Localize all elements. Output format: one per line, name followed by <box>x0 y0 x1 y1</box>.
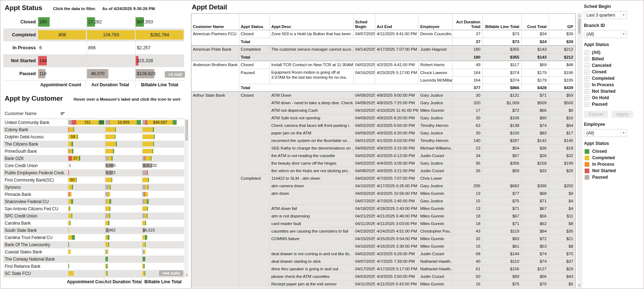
act-duration-cell[interactable] <box>453 175 483 182</box>
status-filter-option[interactable]: ✓Canceled <box>584 62 643 69</box>
bar-segment[interactable] <box>105 242 108 247</box>
cost-cell[interactable]: $33 <box>522 167 549 175</box>
act-end-cell[interactable]: 4/1/2025 6:03:00 PM <box>375 137 419 144</box>
act-duration-cell[interactable]: 18 <box>453 212 483 220</box>
billable-cell[interactable]: $355 <box>483 46 522 54</box>
billable-cell[interactable]: $287 <box>483 137 522 144</box>
customer-name[interactable]: First Community Bank(SC) <box>3 176 68 184</box>
customer-row[interactable]: Coastal States Bank <box>3 248 184 256</box>
act-end-cell[interactable]: 4/24/2025 4:51:00 PM <box>375 228 419 235</box>
column-header[interactable]: Cost Total <box>522 14 549 30</box>
appt-desc-cell[interactable]: the velcro on the Hubs are not sticking … <box>270 167 354 175</box>
gp-cell[interactable]: $195 <box>549 69 576 77</box>
bar-segment[interactable] <box>112 178 112 182</box>
employee-cell[interactable]: Justin Cozart <box>419 273 453 280</box>
bar-segment[interactable] <box>106 264 108 269</box>
act-end-cell[interactable]: 4/17/2025 7:07:00 PM <box>375 46 419 54</box>
sched-begin-cell[interactable]: 04/01/2025 <box>354 137 375 144</box>
status-bar-cell[interactable]: $2,257 <box>136 41 184 54</box>
appt-status-cell[interactable]: Closed <box>239 30 270 38</box>
act-end-cell[interactable]: 4/9/2025 8:20:00 PM <box>375 114 419 122</box>
bar-segment[interactable] <box>105 192 108 197</box>
status-filter-option-label[interactable]: (All) <box>592 50 600 55</box>
gp-cell[interactable]: $6 <box>549 107 576 114</box>
customer-bar-cell[interactable]: 6,022 <box>105 169 142 176</box>
checkbox-checked-icon[interactable]: ✓ <box>585 63 589 68</box>
bar-segment[interactable] <box>147 170 148 175</box>
column-header[interactable]: Act Duration Total <box>453 14 483 30</box>
billable-cell[interactable]: $71 <box>483 205 522 212</box>
billable-cell[interactable]: $67 <box>483 212 522 220</box>
sched-begin-cell[interactable]: 04/02/2025 <box>354 250 375 258</box>
customer-row[interactable]: Bank Of The Lowcountry <box>3 241 184 248</box>
customer-bar-cell[interactable] <box>68 227 105 234</box>
sched-begin-cell[interactable]: 04/18/2025 <box>354 205 375 212</box>
status-filter-option-label[interactable]: Closed <box>592 69 607 74</box>
appt-desc-cell[interactable]: Zone 503 is a Hold Up Button that has be… <box>270 30 354 38</box>
bar-segment[interactable] <box>68 249 71 254</box>
act-end-cell[interactable]: 4/8/2025 9:00:00 PM <box>375 92 419 99</box>
employee-cell[interactable]: Lavonda McMillan <box>419 77 453 84</box>
bar-segment[interactable] <box>69 206 70 211</box>
bar-segment[interactable]: 50 <box>68 178 76 182</box>
customer-bar-cell[interactable]: 19,809 <box>105 119 142 126</box>
customer-bar-cell[interactable] <box>142 148 184 155</box>
gp-cell[interactable]: $16 <box>549 114 576 122</box>
customer-name[interactable]: Carolina Bank <box>3 220 68 227</box>
gp-cell[interactable]: $8 <box>549 243 576 250</box>
billable-cell[interactable]: $73 <box>483 30 522 38</box>
gp-cell[interactable]: $64 <box>549 122 576 129</box>
customer-bar-cell[interactable] <box>142 198 184 205</box>
status-bar-cell[interactable]: $15,328 <box>136 54 184 67</box>
gp-cell[interactable]: $4 <box>549 205 576 212</box>
act-duration-cell[interactable]: 180 <box>453 46 483 54</box>
customer-row[interactable]: Dolphin Debit Access59 <box>3 133 184 141</box>
bar-segment[interactable] <box>112 156 113 161</box>
act-end-cell[interactable]: 4/2/2025 4:41:00 PM <box>375 61 419 69</box>
act-duration-cell[interactable]: 34 <box>453 152 483 160</box>
customer-row[interactable]: Colony Bank <box>3 126 184 133</box>
customer-name[interactable]: First Reliance Bank <box>3 263 68 270</box>
customer-bar-cell[interactable] <box>68 184 105 191</box>
act-duration-cell[interactable]: 32 <box>453 235 483 243</box>
billable-cell[interactable]: $117 <box>483 61 522 69</box>
sched-begin-cell[interactable]: 04/08/2025 <box>354 99 375 107</box>
act-duration-cell[interactable]: 23 <box>453 144 483 152</box>
act-duration-cell[interactable]: 40 <box>453 258 483 265</box>
cost-cell[interactable]: $70 <box>522 280 549 288</box>
billable-cell[interactable]: $138 <box>483 122 522 129</box>
sched-begin-cell[interactable]: 04/10/2025 <box>354 107 375 114</box>
sched-begin-cell[interactable]: 04/07/2025 <box>354 258 375 265</box>
employee-dropdown[interactable]: (All) ▼ <box>584 129 627 137</box>
customer-bar-cell[interactable] <box>105 205 142 212</box>
sched-begin-cell[interactable]: 04/03/2025 <box>354 273 375 280</box>
bar-segment[interactable] <box>148 185 149 189</box>
customer-bar-cell[interactable] <box>105 133 142 141</box>
gp-cell[interactable]: $292 <box>549 182 576 190</box>
act-duration-cell[interactable]: 140 <box>453 137 483 144</box>
bar-segment[interactable] <box>147 199 149 204</box>
bar-segment[interactable] <box>153 142 154 146</box>
customer-bar-cell[interactable] <box>105 212 142 220</box>
customer-bar-cell[interactable] <box>142 155 184 162</box>
sched-begin-cell[interactable]: 04/03/2025 <box>354 190 375 197</box>
act-duration-cell[interactable]: 17 <box>453 107 483 114</box>
customer-bar-cell[interactable] <box>68 148 105 155</box>
customer-row[interactable]: Synovus <box>3 184 184 191</box>
bar-segment[interactable] <box>145 242 146 247</box>
legend-item[interactable]: Completed <box>584 155 643 161</box>
sched-begin-cell[interactable]: 04/21/2025 <box>354 212 375 220</box>
bar-segment[interactable] <box>76 178 77 182</box>
employee-cell[interactable]: Timothy Herron <box>419 137 453 144</box>
billable-cell[interactable]: $77 <box>483 190 522 197</box>
act-end-cell[interactable]: 4/7/2025 2:45:00 PM <box>375 197 419 205</box>
customer-bar-cell[interactable] <box>105 220 142 227</box>
act-duration-cell[interactable]: 37 <box>453 30 483 38</box>
act-duration-cell[interactable]: 63 <box>453 122 483 129</box>
bar-segment[interactable] <box>145 235 147 240</box>
bar-segment[interactable]: 40 <box>99 120 104 125</box>
bar-segment[interactable] <box>137 120 141 125</box>
customer-row[interactable]: First Community Bank(SC)50 <box>3 176 184 184</box>
customer-bar-cell[interactable]: 15140 <box>68 119 105 126</box>
status-filter-option[interactable]: ✓Completed <box>584 75 643 82</box>
